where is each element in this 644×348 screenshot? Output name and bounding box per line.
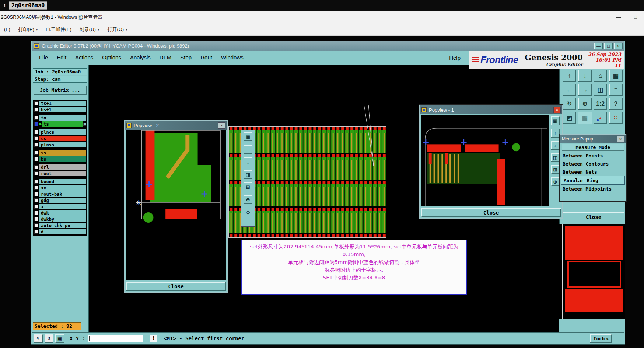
menu-edit[interactable]: Edit — [52, 54, 71, 60]
rotate-view-icon[interactable]: ↻ — [563, 98, 576, 110]
center-target-icon[interactable]: ⊕ — [578, 98, 592, 110]
menu-item-o[interactable]: 打开(O)▾ — [103, 23, 131, 35]
pop-center-icon[interactable]: ⊕ — [551, 177, 560, 186]
pop-fit-icon[interactable]: ◇ — [244, 208, 252, 216]
menu-help[interactable]: Help — [445, 55, 465, 61]
measure-option-between-contours[interactable]: Between Contours — [560, 160, 626, 168]
pop-pan-down-icon[interactable]: ↓ — [551, 141, 560, 150]
layer-checkbox[interactable] — [34, 101, 38, 105]
layer-row[interactable]: cs — [34, 136, 86, 141]
layer-checkbox[interactable] — [34, 122, 38, 126]
menu-rout[interactable]: Rout — [196, 54, 217, 60]
layer-row[interactable]: ▶ts — [34, 121, 86, 127]
genesis-titlebar[interactable]: Graphic Editor 9.07b2 (00@HY-HYCAM-PC004… — [32, 41, 624, 51]
layer-checkbox[interactable] — [34, 186, 38, 190]
home-view-icon[interactable]: ⌂ — [594, 70, 607, 82]
pointer-snap-icon[interactable]: ↯ — [45, 334, 53, 343]
layer-checkbox[interactable] — [34, 192, 38, 196]
layer-checkbox[interactable] — [34, 205, 38, 209]
menu-item-u[interactable]: 刻录(U)▾ — [76, 23, 104, 35]
pop-pan-down-icon[interactable]: ↓ — [244, 157, 252, 166]
layer-row[interactable]: auto_chk_pn — [34, 223, 86, 228]
pop-half-view-icon[interactable]: ◨ — [244, 170, 252, 179]
pop-window-icon[interactable]: ▣ — [244, 132, 252, 141]
unit-selector[interactable]: Inch ⇅ — [590, 334, 612, 343]
layer-row[interactable]: rout-bak — [34, 191, 86, 197]
popview-2-close-button[interactable]: Close — [126, 282, 226, 291]
popview-2-titlebar[interactable]: Popview - 2 × — [125, 121, 227, 130]
menu-item-e[interactable]: 电子邮件(E) — [42, 23, 75, 35]
layer-checkbox[interactable] — [34, 143, 38, 147]
measure-popup-titlebar[interactable]: Measure Popup × — [560, 135, 626, 143]
menu-item-p[interactable]: 打印(P)▾ — [14, 23, 42, 35]
menu-analysis[interactable]: Analysis — [126, 54, 155, 60]
layer-row[interactable]: ss — [34, 150, 86, 156]
menu-windows[interactable]: Windows — [217, 54, 248, 60]
minimize-icon[interactable]: — — [610, 11, 627, 23]
close-icon[interactable]: × — [218, 122, 225, 129]
layer-checkbox[interactable] — [34, 151, 38, 155]
pop-pan-up-icon[interactable]: ↑ — [244, 145, 252, 154]
layer-row[interactable]: d — [34, 229, 86, 234]
layer-row[interactable]: dwk — [34, 210, 86, 216]
layer-stack-icon[interactable]: ≡ — [609, 84, 623, 96]
pop-center-icon[interactable]: ⊕ — [244, 195, 252, 204]
color-swap-icon[interactable]: ● — [594, 112, 607, 124]
close-icon[interactable]: × — [617, 136, 624, 142]
pop-pan-up-icon[interactable]: ↑ — [551, 129, 560, 138]
pop-window-icon[interactable]: ▣ — [551, 116, 560, 125]
popview-1-close-button[interactable]: Close — [421, 208, 561, 217]
layer-row[interactable]: to — [34, 115, 86, 121]
menu-dfm[interactable]: DFM — [155, 54, 176, 60]
minimize-icon[interactable]: — — [594, 43, 603, 49]
layer-row[interactable]: drl — [34, 164, 86, 170]
layer-checkbox[interactable] — [34, 198, 38, 202]
layer-checkbox[interactable] — [34, 130, 38, 134]
zoom-ratio-icon[interactable]: 1:2 — [594, 98, 607, 110]
flip-up-icon[interactable]: ↑ — [563, 70, 576, 82]
menu-actions[interactable]: Actions — [71, 54, 98, 60]
close-icon[interactable]: × — [614, 43, 623, 49]
layer-checkbox[interactable] — [34, 223, 38, 227]
flip-left-icon[interactable]: ← — [563, 84, 576, 96]
pop-zoom-grid-icon[interactable]: ⊞ — [551, 165, 560, 174]
layer-checkbox[interactable] — [34, 165, 38, 169]
layer-checkbox[interactable] — [34, 136, 38, 140]
pop-zoom-grid-icon[interactable]: ⊞ — [244, 182, 252, 191]
layer-row[interactable]: plnss — [34, 142, 86, 147]
menu-options[interactable]: Options — [98, 54, 126, 60]
job-matrix-button[interactable]: Job Matrix ... — [34, 86, 87, 95]
xy-input[interactable] — [88, 335, 143, 342]
layer-row[interactable]: plncs — [34, 129, 86, 135]
menu-file[interactable]: File — [35, 54, 52, 60]
layer-checkbox[interactable] — [34, 180, 38, 184]
layer-row[interactable]: xx — [34, 185, 86, 191]
layer-row[interactable]: dwkby — [34, 216, 86, 222]
photo-viewer-titlebar[interactable]: 2G0SR06MA0切割参数1 - Windows 照片查看器 — □ — [0, 11, 644, 23]
menu-step[interactable]: Step — [176, 54, 196, 60]
layer-checkbox[interactable] — [34, 157, 38, 161]
cascade-windows-icon[interactable]: ◫ — [594, 84, 607, 96]
measure-close-button[interactable]: Close — [563, 212, 624, 222]
layer-row[interactable]: ts+1 — [34, 101, 86, 106]
menu-item-f[interactable]: (F) — [0, 23, 14, 35]
layer-checkbox[interactable] — [34, 230, 38, 234]
popview-1-titlebar[interactable]: Popview - 1 × — [420, 105, 562, 114]
flip-down-icon[interactable]: ↓ — [578, 70, 592, 82]
layer-checkbox[interactable] — [34, 211, 38, 215]
maximize-icon[interactable]: □ — [627, 11, 644, 23]
color-dots-icon[interactable]: ∷ — [609, 112, 623, 124]
layer-row[interactable]: bound — [34, 179, 86, 184]
popview-1-canvas[interactable] — [421, 115, 549, 206]
layer-checkbox[interactable] — [34, 116, 38, 120]
layer-checkbox[interactable] — [34, 108, 38, 112]
grid-table-icon[interactable]: ▦ — [55, 334, 64, 343]
help-tool-icon[interactable]: ? — [609, 98, 623, 110]
close-icon[interactable]: × — [553, 107, 561, 113]
layer-row[interactable]: gdg — [34, 198, 86, 203]
tile-windows-icon[interactable]: ▦ — [609, 70, 623, 82]
layer-row[interactable]: rout — [34, 171, 86, 176]
layer-row[interactable]: bs+1 — [34, 107, 86, 112]
alert-button[interactable]: ! — [150, 335, 157, 342]
measure-option-between-nets[interactable]: Between Nets — [560, 168, 626, 176]
